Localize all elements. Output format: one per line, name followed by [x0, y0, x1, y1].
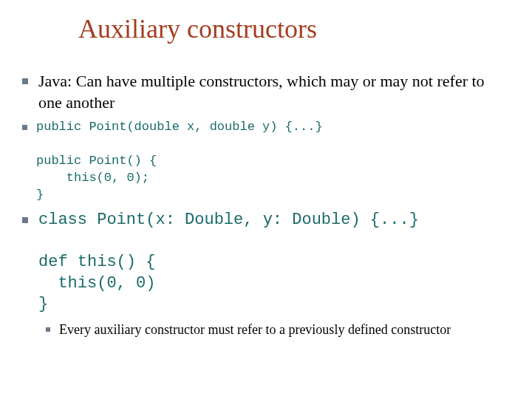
list-item: Every auxiliary constructor must refer t… [46, 321, 510, 338]
list-item: Java: Can have multiple constructors, wh… [22, 71, 510, 113]
java-code-block: public Point(double x, double y) {...} p… [36, 119, 323, 204]
sub-note: Every auxiliary constructor must refer t… [59, 321, 451, 338]
scala-code-block: class Point(x: Double, y: Double) {...} … [38, 210, 419, 316]
list-item: class Point(x: Double, y: Double) {...} … [22, 210, 510, 316]
bullet-icon [22, 217, 28, 223]
bullet-icon [46, 327, 50, 332]
slide-content: Java: Can have multiple constructors, wh… [22, 71, 510, 344]
bullet-icon [22, 78, 28, 84]
sub-list: Every auxiliary constructor must refer t… [46, 321, 510, 338]
java-description: Java: Can have multiple constructors, wh… [38, 71, 510, 113]
list-item: public Point(double x, double y) {...} p… [22, 119, 510, 204]
bullet-icon [22, 125, 27, 130]
slide-title: Auxiliary constructors [78, 13, 317, 44]
